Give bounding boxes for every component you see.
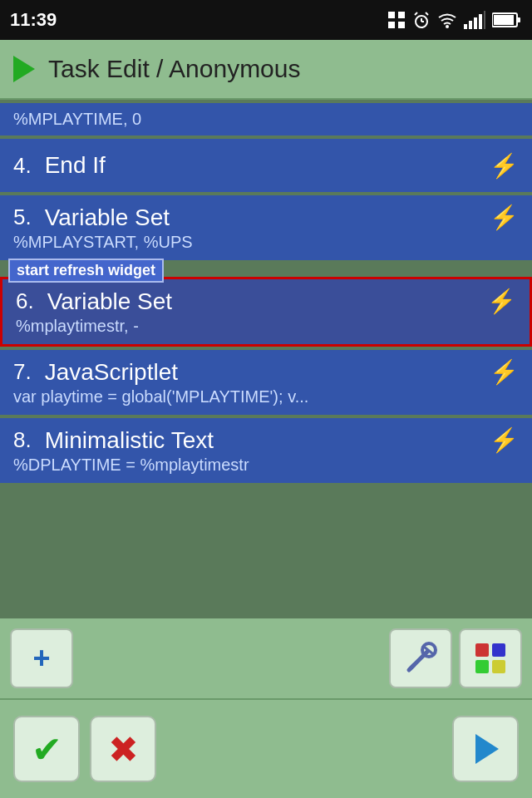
svg-rect-2 [388, 22, 395, 28]
partial-task-item[interactable]: %MPLAYTIME, 0 [0, 103, 532, 135]
svg-line-20 [409, 665, 414, 670]
svg-rect-22 [475, 643, 489, 657]
bottom-toolbar: + [0, 618, 532, 698]
task-4-number: 4. [13, 153, 32, 179]
check-icon: ✔ [32, 728, 62, 771]
task-4-title: End If [45, 152, 106, 179]
confirm-button[interactable]: ✔ [13, 716, 80, 782]
task-6-number: 6. [16, 288, 34, 314]
svg-rect-13 [479, 14, 482, 29]
task-5-number: 5. [13, 204, 32, 230]
task-8-number: 8. [13, 427, 32, 453]
partial-task-text: %MPLAYTIME, 0 [13, 110, 141, 128]
task-8-subtitle: %DPLAYTIME = %mplaytimestr [13, 456, 519, 475]
task-list: %MPLAYTIME, 0 4. End If ⚡ 5. Variable Se… [0, 100, 532, 490]
task-8-title: Minimalistic Text [45, 427, 214, 454]
svg-line-7 [415, 12, 417, 15]
svg-rect-12 [474, 17, 477, 29]
alarm-icon [412, 11, 431, 29]
task-6-subtitle: %mplaytimestr, - [16, 317, 516, 336]
grid-icon [387, 11, 406, 29]
svg-rect-25 [492, 660, 505, 673]
wifi-icon [437, 11, 457, 29]
add-button[interactable]: + [10, 628, 73, 688]
svg-rect-1 [398, 12, 405, 18]
task-7-subtitle: var playtime = global('MPLAYTIME'); v... [13, 387, 519, 406]
svg-rect-3 [398, 22, 405, 28]
play-button[interactable] [452, 716, 519, 782]
svg-line-8 [426, 12, 428, 15]
task-item-8[interactable]: 8. Minimalistic Text ⚡ %DPLAYTIME = %mpl… [0, 418, 532, 483]
status-bar: 11:39 [0, 0, 532, 40]
play-triangle-icon [475, 734, 499, 764]
svg-rect-16 [494, 15, 514, 25]
task-item-7[interactable]: 7. JavaScriptlet ⚡ var playtime = global… [0, 350, 532, 415]
task-7-number: 7. [13, 359, 32, 385]
header-title: Task Edit / Anonymous [48, 55, 301, 83]
header: Task Edit / Anonymous [0, 40, 532, 100]
svg-rect-14 [484, 11, 485, 29]
task-7-lightning: ⚡ [490, 358, 519, 386]
svg-rect-24 [475, 660, 489, 673]
svg-rect-23 [492, 643, 505, 657]
palette-button[interactable] [459, 628, 522, 688]
task-6-lightning: ⚡ [487, 288, 516, 315]
task-item-5[interactable]: 5. Variable Set ⚡ %MPLAYSTART, %UPS [0, 195, 532, 260]
wrench-button[interactable] [389, 628, 452, 688]
task-4-lightning: ⚡ [490, 152, 519, 180]
task-5-subtitle: %MPLAYSTART, %UPS [13, 233, 519, 252]
task-5-title: Variable Set [45, 204, 170, 231]
action-bar: ✔ ✖ [0, 698, 532, 798]
cancel-button[interactable]: ✖ [90, 716, 156, 782]
task-8-lightning: ⚡ [490, 426, 519, 454]
task-item-6[interactable]: 6. Variable Set ⚡ %mplaytimestr, - [0, 277, 532, 347]
svg-rect-10 [464, 24, 467, 29]
wrench-icon [402, 640, 439, 677]
task-5-lightning: ⚡ [490, 204, 519, 231]
palette-icon [472, 640, 509, 677]
task-7-title: JavaScriptlet [45, 359, 178, 386]
signal-icon [464, 11, 485, 29]
header-play-icon[interactable] [13, 56, 35, 82]
svg-rect-17 [517, 17, 520, 22]
task-6-label: start refresh widget [8, 259, 164, 283]
task-item-4[interactable]: 4. End If ⚡ [0, 139, 532, 192]
cross-icon: ✖ [108, 728, 139, 771]
svg-rect-0 [388, 12, 395, 18]
status-icons [387, 11, 522, 29]
svg-point-9 [446, 25, 449, 28]
battery-icon [492, 12, 522, 28]
time-display: 11:39 [10, 9, 57, 31]
svg-rect-11 [469, 21, 472, 29]
add-icon: + [32, 641, 50, 676]
task-6-title: Variable Set [47, 288, 172, 315]
